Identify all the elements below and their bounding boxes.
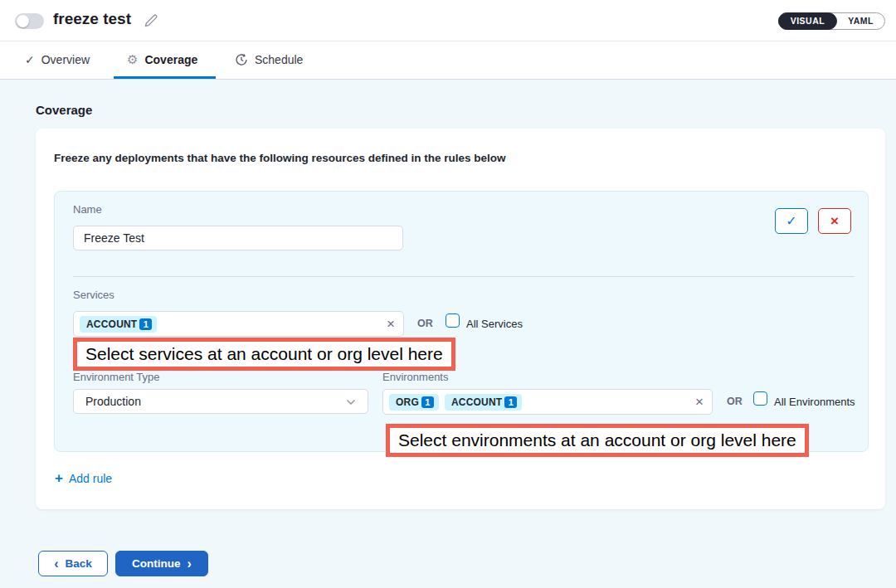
tab-bar: ✓ Overview ⚙ Coverage Schedule: [0, 41, 896, 80]
chip-count-badge: 1: [504, 396, 517, 408]
environments-annotation: Select environments at an account or org…: [386, 424, 809, 457]
chevron-right-icon: ›: [187, 557, 192, 571]
freeze-enabled-toggle[interactable]: [15, 13, 44, 29]
services-annotation: Select services at an account or org lev…: [73, 338, 455, 371]
section-heading: Coverage: [36, 103, 92, 117]
add-rule-label: Add rule: [69, 472, 112, 485]
environment-scope-chip: ACCOUNT 1: [445, 394, 522, 411]
view-mode-toggle: VISUAL YAML: [778, 12, 885, 30]
close-icon: ×: [830, 213, 839, 230]
rule-name-value: Freeze Test: [84, 231, 144, 245]
coverage-description: Freeze any deployments that have the fol…: [54, 152, 506, 164]
continue-button[interactable]: Continue ›: [115, 551, 208, 576]
clear-environments-icon[interactable]: ×: [695, 395, 704, 409]
tab-overview-label: Overview: [41, 53, 90, 66]
services-multiselect[interactable]: ACCOUNT 1 ×: [73, 311, 404, 337]
chip-count-badge: 1: [421, 396, 434, 408]
cancel-rule-button[interactable]: ×: [818, 208, 851, 234]
all-environments-label: All Environments: [774, 396, 855, 408]
header: freeze test VISUAL YAML: [0, 0, 896, 41]
freeze-rule-panel: Name Freeze Test ✓ × Services ACCOUNT: [54, 191, 869, 452]
tab-overview[interactable]: ✓ Overview: [25, 41, 90, 77]
environments-multiselect[interactable]: ORG 1 ACCOUNT 1 ×: [382, 389, 713, 415]
tab-coverage-label: Coverage: [144, 53, 197, 66]
chevron-left-icon: ‹: [54, 557, 58, 571]
rule-name-input[interactable]: Freeze Test: [73, 226, 403, 250]
plus-icon: +: [55, 471, 63, 485]
schedule-icon: [235, 53, 248, 66]
all-services-label: All Services: [466, 318, 523, 330]
check-icon: ✓: [786, 213, 796, 229]
environments-label: Environments: [382, 371, 448, 383]
continue-button-label: Continue: [132, 557, 181, 570]
gear-icon: ⚙: [127, 52, 138, 67]
services-or-label: OR: [417, 318, 433, 329]
environment-scope-chip: ORG 1: [389, 394, 439, 411]
clear-services-icon[interactable]: ×: [387, 317, 395, 331]
tab-schedule-label: Schedule: [255, 53, 303, 66]
confirm-rule-button[interactable]: ✓: [775, 208, 808, 234]
edit-pencil-icon[interactable]: [143, 12, 159, 29]
toggle-knob: [17, 15, 29, 27]
page-title: freeze test: [53, 10, 131, 28]
tab-coverage[interactable]: ⚙ Coverage: [127, 41, 197, 77]
environment-type-label: Environment Type: [73, 371, 160, 383]
environments-or-label: OR: [727, 396, 743, 407]
services-label: Services: [73, 289, 114, 301]
chip-scope: ORG: [396, 396, 419, 408]
add-rule-link[interactable]: + Add rule: [55, 471, 112, 485]
tab-schedule[interactable]: Schedule: [235, 41, 303, 77]
environment-type-select[interactable]: Production: [73, 389, 368, 414]
all-services-checkbox[interactable]: [446, 313, 460, 328]
chip-scope: ACCOUNT: [451, 396, 502, 408]
back-button-label: Back: [66, 557, 92, 570]
service-scope-chip: ACCOUNT 1: [80, 316, 157, 333]
chevron-down-icon: [346, 395, 356, 408]
back-button[interactable]: ‹ Back: [38, 551, 108, 576]
freeze-window-page: freeze test VISUAL YAML ✓ Overview ⚙ Cov…: [0, 0, 896, 588]
check-icon: ✓: [25, 53, 35, 66]
active-tab-underline: [114, 76, 216, 79]
page-body: Coverage Freeze any deployments that hav…: [0, 80, 896, 588]
visual-toggle-button[interactable]: VISUAL: [778, 12, 838, 30]
name-label: Name: [73, 203, 102, 216]
all-environments-checkbox[interactable]: [753, 391, 767, 406]
chip-scope: ACCOUNT: [86, 318, 137, 330]
yaml-toggle-button[interactable]: YAML: [837, 13, 884, 29]
chip-count-badge: 1: [139, 318, 152, 330]
panel-divider: [73, 276, 855, 277]
environment-type-value: Production: [85, 395, 141, 408]
